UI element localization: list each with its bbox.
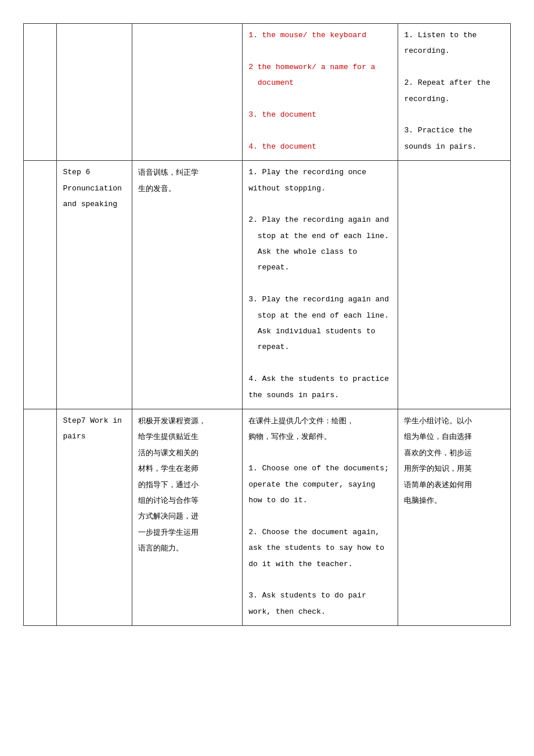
cell-step6-label: Step 6 Pronunciation and speaking <box>57 161 132 409</box>
cell-red-items: 1. the mouse/ the keyboard 2 the homewor… <box>243 24 398 161</box>
step7-instr-1: 1. Choose one of the documents; <box>248 462 392 475</box>
step6-instr-3b: stop at the end of each line. <box>248 309 392 322</box>
step7-chinese-1: 积极开发课程资源， <box>138 414 236 427</box>
step7-title2: pairs <box>63 430 126 443</box>
step6-instr-2d: repeat. <box>248 261 392 274</box>
step7-chinese-2: 给学生提供贴近生 <box>138 430 236 443</box>
step6-instr-2: 2. Play the recording again and <box>248 213 392 226</box>
cell-empty-1 <box>24 24 57 161</box>
step7-instr-3b: work, then check. <box>248 605 392 618</box>
step7-intro: 在课件上提供几个文件：绘图， <box>248 414 392 427</box>
step6-instr-2c: Ask the whole class to <box>248 245 392 258</box>
cell-empty-2 <box>57 24 132 161</box>
step7-intro2: 购物，写作业，发邮件。 <box>248 430 392 443</box>
step7-chinese-6: 组的讨论与合作等 <box>138 494 236 507</box>
red-item-2b: document <box>248 76 392 89</box>
red-item-2: 2 the homework/ a name for a <box>248 60 392 74</box>
step6-instr-4b: the sounds in pairs. <box>248 388 392 402</box>
step6-subtitle1: Pronunciation <box>63 182 126 195</box>
cell-step7-student-activity: 学生小组讨论。以小 组为单位，自由选择 喜欢的文件，初步运 用所学的知识，用英 … <box>398 409 511 625</box>
listen-item-3: 3. Practice the <box>404 124 504 137</box>
step6-instr-3: 3. Play the recording again and <box>248 293 392 306</box>
listen-item-2: 2. Repeat after the <box>404 76 504 89</box>
step7-student-6: 电脑操作。 <box>404 494 504 507</box>
step7-student-1: 学生小组讨论。以小 <box>404 414 504 427</box>
cell-step6-instructions: 1. Play the recording once without stopp… <box>243 161 398 409</box>
listen-item-2b: recording. <box>404 92 504 106</box>
table-row-step6: Step 6 Pronunciation and speaking 语音训练，纠… <box>24 161 511 409</box>
step6-title: Step 6 <box>63 165 126 179</box>
cell-step7-label: Step7 Work in pairs <box>57 409 132 625</box>
listen-item-1: 1. Listen to the <box>404 28 504 42</box>
step7-student-3: 喜欢的文件，初步运 <box>404 446 504 459</box>
cell-empty-3 <box>132 24 242 161</box>
step7-instr-3: 3. Ask students to do pair <box>248 589 392 602</box>
red-item-3: 3. the document <box>248 108 392 121</box>
step6-instr-3c: Ask individual students to <box>248 325 392 338</box>
cell-step6-empty <box>24 161 57 409</box>
cell-step7-chinese: 积极开发课程资源， 给学生提供贴近生 活的与课文相关的 材料，学生在老师 的指导… <box>132 409 242 625</box>
step7-chinese-5: 的指导下，通过小 <box>138 478 236 491</box>
cell-listen-instructions: 1. Listen to the recording. 2. Repeat af… <box>398 24 511 161</box>
step6-subtitle2: and speaking <box>63 197 126 211</box>
red-item-1: 1. the mouse/ the keyboard <box>248 28 392 42</box>
red-item-4: 4. the document <box>248 140 392 153</box>
step7-chinese-3: 活的与课文相关的 <box>138 446 236 459</box>
cell-step7-empty <box>24 409 57 625</box>
cell-step6-chinese: 语音训练，纠正学 生的发音。 <box>132 161 242 409</box>
step7-title: Step7 Work in <box>63 414 126 427</box>
step7-chinese-7: 方式解决问题，进 <box>138 509 236 523</box>
step6-instr-3d: repeat. <box>248 340 392 354</box>
step7-instr-1c: how to do it. <box>248 494 392 507</box>
step7-student-2: 组为单位，自由选择 <box>404 430 504 443</box>
step7-instr-2b: ask the students to say how to <box>248 541 392 555</box>
step7-instr-2c: do it with the teacher. <box>248 557 392 571</box>
listen-item-1b: recording. <box>404 44 504 57</box>
step6-chinese-text2: 生的发音。 <box>138 182 236 195</box>
cell-step6-empty2 <box>398 161 511 409</box>
step6-instr-4: 4. Ask the students to practice <box>248 372 392 386</box>
step6-chinese-text: 语音训练，纠正学 <box>138 165 236 179</box>
cell-step7-instructions: 在课件上提供几个文件：绘图， 购物，写作业，发邮件。 1. Choose one… <box>243 409 398 625</box>
table-row-step7: Step7 Work in pairs 积极开发课程资源， 给学生提供贴近生 活… <box>24 409 511 625</box>
table-row: 1. the mouse/ the keyboard 2 the homewor… <box>24 24 511 161</box>
step6-instr-2b: stop at the end of each line. <box>248 229 392 243</box>
step7-chinese-4: 材料，学生在老师 <box>138 462 236 475</box>
step7-chinese-9: 语言的能力。 <box>138 541 236 555</box>
step7-instr-2: 2. Choose the document again, <box>248 525 392 539</box>
step6-instr-1: 1. Play the recording once <box>248 165 392 179</box>
step6-instr-1b: without stopping. <box>248 182 392 195</box>
step7-student-5: 语简单的表述如何用 <box>404 478 504 491</box>
step7-instr-1b: operate the computer, saying <box>248 478 392 491</box>
step7-student-4: 用所学的知识，用英 <box>404 462 504 475</box>
step7-chinese-8: 一步提升学生运用 <box>138 525 236 539</box>
lesson-plan-table: 1. the mouse/ the keyboard 2 the homewor… <box>23 23 511 626</box>
listen-item-3b: sounds in pairs. <box>404 140 504 153</box>
